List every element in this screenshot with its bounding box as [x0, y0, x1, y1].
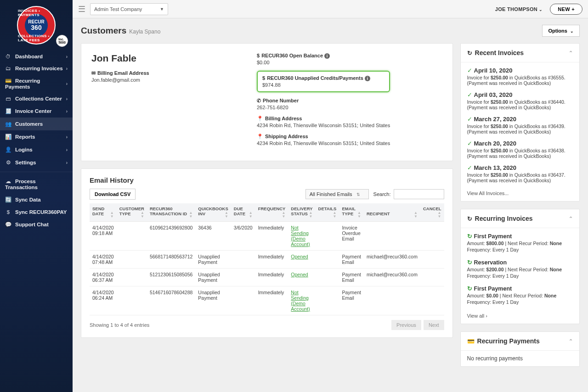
pin-icon: 📍 [257, 116, 263, 121]
recurring-invoice-item[interactable]: ↻First PaymentAmount: $0.00 | Next Recur… [467, 285, 573, 305]
chevron-right-icon: › [66, 147, 68, 152]
collapse-icon[interactable]: ⌃ [569, 338, 573, 344]
next-button[interactable]: Next [424, 320, 444, 330]
sidebar-item-recurring-payments[interactable]: 💳Recurring Payments› [0, 74, 73, 93]
download-csv-button[interactable]: Download CSV [90, 189, 136, 200]
column-header[interactable]: RECIPIENT▲▼ [364, 203, 420, 222]
sidebar-item-label: Sync Data [15, 197, 41, 202]
chevron-right-icon: › [66, 134, 68, 140]
sidebar-item-collections-center[interactable]: 🗃Collections Center› [0, 93, 73, 105]
chevron-right-icon: › [66, 81, 68, 86]
delivery-status-link[interactable]: Opened [291, 272, 308, 277]
sort-icon: ▲▼ [110, 211, 114, 218]
chevron-right-icon: › [66, 54, 68, 59]
dollar-icon: $ [262, 75, 265, 81]
view-all-recurring-link[interactable]: View all › [467, 313, 487, 319]
unapplied-value: $974.88 [262, 82, 384, 88]
search-input[interactable] [394, 189, 444, 199]
email-history-table: SENDDATE▲▼CUSTOMERTYPE▲▼RECUR360TRANSACT… [90, 203, 444, 315]
page-title: Customers [81, 26, 126, 35]
sidebar-item-recurring-invoices[interactable]: 🗂Recurring Invoices› [0, 62, 73, 74]
phone-icon: ✆ [257, 98, 261, 103]
table-row: 4/14/202006:37 AM5121230615085056Unappli… [90, 269, 444, 286]
column-header[interactable]: RECUR360TRANSACTION ID▲▼ [147, 203, 195, 222]
table-row: 4/14/202006:24 AM5146716078604288Unappli… [90, 286, 444, 315]
sidebar-item-reports[interactable]: 📊Reports› [0, 130, 73, 143]
sidebar-item-invoice-center[interactable]: 🧾Invoice Center› [0, 105, 73, 118]
mail-icon: ✉ [91, 70, 96, 76]
sidebar-item-support-chat[interactable]: 💬Support Chat [0, 218, 73, 231]
recent-invoice-item[interactable]: ✓April 03, 2020Invoice for $250.00 in Qu… [467, 91, 573, 110]
email-filter-select[interactable]: All Finished Emails ⇅ [305, 189, 369, 199]
nav-icon: ⏱ [5, 54, 11, 59]
column-header[interactable]: DETAILS▲▼ [316, 203, 339, 222]
menu-icon[interactable]: ☰ [78, 4, 85, 14]
collapse-icon[interactable]: ⌃ [569, 216, 573, 222]
refresh-icon: ↻ [467, 286, 472, 292]
column-header[interactable]: DUEDATE▲▼ [231, 203, 255, 222]
dollar-icon: $ [257, 53, 260, 58]
nav-icon: 👥 [5, 121, 11, 127]
sort-icon: ▲▼ [309, 211, 313, 218]
sidebar-item-customers[interactable]: 👥Customers› [0, 118, 73, 130]
sidebar-item-process-transactions[interactable]: ☁Process Transactions [0, 175, 73, 193]
column-header[interactable]: DELIVERYSTATUS▲▼ [288, 203, 315, 222]
recent-invoice-item[interactable]: ✓March 20, 2020Invoice for $250.00 in Qu… [467, 140, 573, 159]
refresh-icon: ↻ [467, 233, 472, 240]
sidebar-item-logins[interactable]: 👤Logins› [0, 143, 73, 156]
showing-entries: Showing 1 to 4 of 4 entries [90, 322, 149, 328]
company-select[interactable]: Admin Test Company▼ [90, 3, 168, 15]
info-icon[interactable]: i [324, 53, 330, 59]
customer-email: Jon.fable@gmail.com [91, 77, 234, 83]
table-row: 4/14/202009:18 AM6109621439692800364363/… [90, 222, 444, 251]
sidebar-item-sync-recur360pay[interactable]: $Sync RECUR360PAY [0, 206, 73, 218]
nav-icon: 👤 [5, 146, 11, 153]
recent-invoices-panel: ↻Recent Invoices ⌃ ✓April 10, 2020Invoic… [460, 43, 580, 202]
check-icon: ✓ [467, 116, 472, 123]
view-all-invoices-link[interactable]: View All Invoices... [467, 190, 509, 196]
shipping-address: 4234 Robin Rd, Thiensville Wisconsin 531… [257, 140, 390, 146]
sort-icon: ▲▼ [249, 211, 253, 218]
prev-button[interactable]: Previous [391, 320, 421, 330]
sort-icon: ▲▼ [357, 211, 361, 218]
delivery-status-link[interactable]: Not Sending (Demo Account) [291, 225, 310, 247]
sidebar-item-label: Logins [15, 147, 33, 152]
sidebar-item-sync-data[interactable]: 🔄Sync Data [0, 193, 73, 206]
check-icon: ✓ [467, 91, 472, 98]
recent-invoice-item[interactable]: ✓April 10, 2020Invoice for $250.00 in Qu… [467, 67, 573, 86]
sort-icon: ▲▼ [414, 211, 418, 218]
column-header[interactable]: CANCEL▲▼ [420, 203, 444, 222]
breadcrumb: Kayla Spano [129, 28, 160, 35]
nav-icon: ☁ [5, 178, 11, 185]
recurring-invoice-item[interactable]: ↻ReservationAmount: $200.00 | Next Recur… [467, 259, 573, 279]
sidebar-item-label: Settings [15, 160, 36, 165]
column-header[interactable]: EMAILTYPE▲▼ [339, 203, 363, 222]
chevron-right-icon: › [486, 313, 487, 319]
column-header[interactable]: QUICKBOOKSINV▲▼ [195, 203, 231, 222]
open-balance-value: $0.00 [257, 60, 390, 65]
new-button[interactable]: NEW + [550, 4, 582, 15]
sidebar-item-dashboard[interactable]: ⏱Dashboard› [0, 50, 73, 62]
customer-name: Jon Fable [91, 53, 234, 64]
check-icon: ✓ [467, 164, 472, 171]
delivery-status-link[interactable]: Not Sending (Demo Account) [291, 290, 310, 312]
chevron-down-icon: ▼ [160, 7, 164, 11]
column-header[interactable]: FREQUENCY▲▼ [255, 203, 288, 222]
sidebar-item-settings[interactable]: ⚙Settings› [0, 156, 73, 169]
sidebar-item-label: Reports [15, 134, 35, 140]
sidebar-item-label: Recurring Invoices [15, 66, 63, 71]
sidebar: INVOICES • PAYMENTS RECUR360 COLLECTIONS… [0, 0, 73, 392]
recent-invoice-item[interactable]: ✓March 27, 2020Invoice for $250.00 in Qu… [467, 116, 573, 134]
column-header[interactable]: SENDDATE▲▼ [90, 203, 117, 222]
chevron-down-icon: ⌄ [539, 7, 543, 12]
recurring-invoice-item[interactable]: ↻First PaymentAmount: $800.00 | Next Rec… [467, 233, 573, 252]
email-history-title: Email History [90, 176, 444, 184]
column-header[interactable]: CUSTOMERTYPE▲▼ [117, 203, 147, 222]
recent-invoice-item[interactable]: ✓March 13, 2020Invoice for $250.00 in Qu… [467, 164, 573, 183]
customer-card: Jon Fable ✉Billing Email Address Jon.fab… [81, 43, 453, 161]
delivery-status-link[interactable]: Opened [291, 254, 308, 259]
collapse-icon[interactable]: ⌃ [569, 50, 573, 56]
info-icon[interactable]: i [365, 76, 370, 81]
user-menu[interactable]: JOE THOMPSON⌄ [495, 6, 543, 12]
options-button[interactable]: Options ⌄ [542, 25, 580, 37]
